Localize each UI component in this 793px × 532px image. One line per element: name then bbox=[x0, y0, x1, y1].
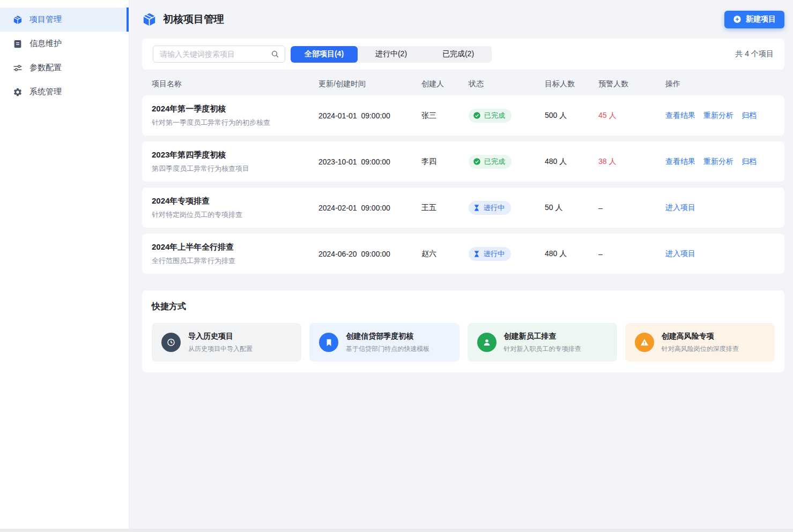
project-name: 2023年第四季度初核 bbox=[152, 150, 318, 160]
view-results-link[interactable]: 查看结果 bbox=[665, 157, 695, 167]
check-circle-icon bbox=[473, 111, 481, 119]
box-icon bbox=[13, 15, 23, 25]
check-circle-icon bbox=[473, 158, 481, 166]
sidebar-item-label: 信息维护 bbox=[29, 39, 62, 49]
shortcut-create-new-employee-screening[interactable]: 创建新员工排查 针对新入职员工的专项排查 bbox=[468, 323, 617, 362]
sidebar-item-label: 项目管理 bbox=[29, 14, 62, 25]
sidebar-item-label: 参数配置 bbox=[29, 63, 62, 73]
target-count: 480 人 bbox=[545, 249, 598, 259]
new-project-button[interactable]: 新建项目 bbox=[724, 11, 784, 28]
clock-icon bbox=[161, 333, 181, 352]
project-creator: 王五 bbox=[421, 203, 469, 213]
hourglass-icon bbox=[473, 250, 480, 258]
project-time: 2023-10-01 09:00:00 bbox=[318, 158, 421, 166]
search-box bbox=[153, 46, 285, 63]
gear-icon bbox=[13, 87, 23, 97]
column-header-target: 目标人数 bbox=[545, 79, 598, 89]
enter-project-link[interactable]: 进入项目 bbox=[665, 249, 695, 259]
target-count: 500 人 bbox=[545, 111, 598, 121]
project-name: 2024年第一季度初核 bbox=[152, 104, 318, 114]
bookmark-icon bbox=[319, 333, 338, 352]
plus-circle-icon bbox=[733, 15, 742, 24]
archive-link[interactable]: 归档 bbox=[742, 157, 757, 167]
reanalyze-link[interactable]: 重新分析 bbox=[703, 111, 733, 121]
total-count: 共 4 个项目 bbox=[735, 49, 774, 59]
project-creator: 张三 bbox=[421, 111, 469, 121]
status-badge: 已完成 bbox=[469, 109, 512, 123]
project-creator: 赵六 bbox=[421, 249, 469, 259]
box-icon bbox=[142, 12, 157, 27]
shortcut-import-history-project[interactable]: 导入历史项目 从历史项目中导入配置 bbox=[152, 323, 301, 362]
project-description: 全行范围员工异常行为排查 bbox=[152, 256, 318, 266]
project-time: 2024-02-01 09:00:00 bbox=[318, 204, 421, 212]
sidebar-item-info-maintenance[interactable]: 信息维护 bbox=[0, 32, 129, 56]
toolbar: 全部项目(4) 进行中(2) 已完成(2) 共 4 个项目 bbox=[142, 39, 784, 70]
project-creator: 李四 bbox=[421, 157, 469, 167]
project-description: 第四季度员工异常行为核查项目 bbox=[152, 164, 318, 174]
table-row: 2024年专项排查 针对特定岗位员工的专项排查 2024-02-01 09:00… bbox=[142, 188, 784, 228]
filter-tabs: 全部项目(4) 进行中(2) 已完成(2) bbox=[291, 46, 492, 63]
sidebar-item-label: 系统管理 bbox=[29, 87, 62, 97]
status-badge: 进行中 bbox=[469, 201, 511, 215]
sidebar-item-parameter-config[interactable]: 参数配置 bbox=[0, 56, 129, 80]
table-row: 2024年上半年全行排查 全行范围员工异常行为排查 2024-06-20 09:… bbox=[142, 234, 784, 274]
shortcut-create-high-risk-special[interactable]: 创建高风险专项 针对高风险岗位的深度排查 bbox=[625, 323, 775, 362]
column-header-creator: 创建人 bbox=[421, 79, 469, 89]
enter-project-link[interactable]: 进入项目 bbox=[665, 203, 695, 213]
user-icon bbox=[477, 333, 496, 352]
column-header-status: 状态 bbox=[469, 79, 545, 89]
hourglass-icon bbox=[473, 204, 480, 212]
main-content: 初核项目管理 新建项目 全部项目(4) 进行中(2) bbox=[129, 0, 793, 532]
table-row: 2023年第四季度初核 第四季度员工异常行为核查项目 2023-10-01 09… bbox=[142, 141, 784, 182]
warning-count: 38 人 bbox=[598, 157, 665, 167]
search-input[interactable] bbox=[160, 50, 271, 58]
project-description: 针对特定岗位员工的专项排查 bbox=[152, 210, 318, 220]
document-icon bbox=[13, 39, 23, 49]
sidebar: 项目管理 信息维护 参数配置 系统管理 bbox=[0, 0, 129, 529]
sidebar-item-system-management[interactable]: 系统管理 bbox=[0, 80, 129, 104]
reanalyze-link[interactable]: 重新分析 bbox=[703, 157, 733, 167]
tab-all-projects[interactable]: 全部项目(4) bbox=[291, 46, 358, 63]
warning-icon bbox=[635, 333, 654, 352]
warning-count: – bbox=[598, 250, 665, 258]
search-icon[interactable] bbox=[271, 50, 279, 58]
column-header-warning: 预警人数 bbox=[598, 79, 665, 89]
page-title: 初核项目管理 bbox=[163, 12, 224, 26]
table-row: 2024年第一季度初核 针对第一季度员工异常行为的初步核查 2024-01-01… bbox=[142, 95, 784, 136]
view-results-link[interactable]: 查看结果 bbox=[665, 111, 695, 121]
warning-count: – bbox=[598, 204, 665, 212]
warning-count: 45 人 bbox=[598, 111, 665, 121]
archive-link[interactable]: 归档 bbox=[742, 111, 757, 121]
target-count: 50 人 bbox=[545, 203, 598, 213]
page-bottom-edge bbox=[0, 529, 793, 532]
project-name: 2024年上半年全行排查 bbox=[152, 242, 318, 252]
target-count: 480 人 bbox=[545, 157, 598, 167]
table-header: 项目名称 更新/创建时间 创建人 状态 目标人数 预警人数 操作 bbox=[142, 73, 784, 95]
sidebar-item-project-management[interactable]: 项目管理 bbox=[0, 8, 129, 32]
project-time: 2024-01-01 09:00:00 bbox=[318, 111, 421, 120]
tab-in-progress[interactable]: 进行中(2) bbox=[358, 46, 425, 63]
column-header-actions: 操作 bbox=[665, 79, 784, 89]
shortcuts-section: 快捷方式 导入历史项目 从历史项目中导入配置 bbox=[142, 290, 784, 372]
column-header-name: 项目名称 bbox=[152, 79, 318, 89]
shortcuts-title: 快捷方式 bbox=[152, 301, 775, 312]
project-name: 2024年专项排查 bbox=[152, 196, 318, 206]
project-description: 针对第一季度员工异常行为的初步核查 bbox=[152, 118, 318, 128]
column-header-time: 更新/创建时间 bbox=[318, 79, 421, 89]
project-time: 2024-06-20 09:00:00 bbox=[318, 250, 421, 258]
tab-completed[interactable]: 已完成(2) bbox=[425, 46, 492, 63]
status-badge: 进行中 bbox=[469, 247, 511, 261]
page-header: 初核项目管理 新建项目 bbox=[142, 0, 784, 39]
sliders-icon bbox=[13, 63, 23, 73]
status-badge: 已完成 bbox=[469, 155, 512, 169]
shortcut-create-credit-dept-review[interactable]: 创建信贷部季度初核 基于信贷部门特点的快速模板 bbox=[309, 323, 459, 362]
